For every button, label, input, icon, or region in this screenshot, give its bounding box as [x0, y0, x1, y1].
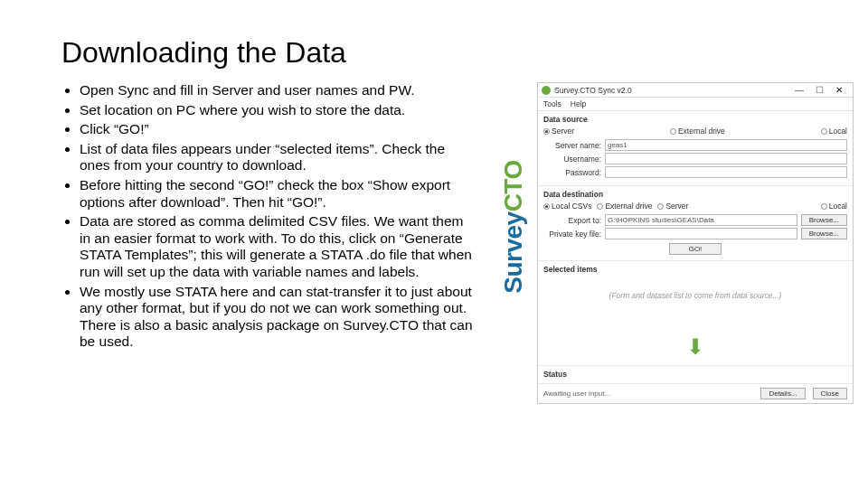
- menu-tools[interactable]: Tools: [543, 99, 561, 108]
- browse-export-button[interactable]: Browse...: [801, 214, 847, 226]
- username-label: Username:: [543, 155, 605, 164]
- window-titlebar: Survey.CTO Sync v2.0 — ☐ ✕: [538, 83, 853, 98]
- data-destination-section: Data destination Local CSVs External dri…: [538, 186, 853, 261]
- password-input[interactable]: [605, 166, 847, 178]
- arrow-down-icon: ⬇: [543, 334, 847, 360]
- radio-server[interactable]: [543, 128, 550, 135]
- app-icon: [542, 86, 551, 95]
- radio-local-csv[interactable]: [543, 203, 550, 210]
- radio-local-label: Local: [829, 127, 847, 136]
- server-name-input[interactable]: geas1: [605, 139, 847, 151]
- details-button[interactable]: Details...: [760, 388, 805, 399]
- data-destination-heading: Data destination: [543, 190, 847, 199]
- selected-items-section: Selected items (Form and dataset list to…: [538, 261, 853, 366]
- bullet-item: List of data files appears under “select…: [80, 141, 477, 174]
- logo-text-cto: CTO: [499, 160, 527, 211]
- export-to-input[interactable]: G:\HOPKINS studies\GEAS\Data: [605, 214, 797, 226]
- bullet-item: Before hitting the second “GO!” check th…: [80, 177, 477, 211]
- menu-bar: Tools Help: [538, 98, 853, 111]
- selected-items-placeholder: (Form and dataset list to come from data…: [543, 277, 847, 334]
- radio-external-drive[interactable]: [670, 128, 676, 135]
- close-icon[interactable]: ✕: [829, 85, 849, 95]
- bullet-item: Click “GO!”: [80, 121, 477, 138]
- go-button[interactable]: GO!: [669, 243, 722, 255]
- bullet-list: Open Sync and fill in Server and user na…: [61, 82, 477, 353]
- status-section: Status: [538, 366, 853, 384]
- private-key-label: Private key file:: [543, 230, 605, 239]
- bullet-item: Data are stored as comma delimited CSV f…: [80, 213, 477, 280]
- username-input[interactable]: [605, 153, 847, 164]
- private-key-input[interactable]: [605, 228, 797, 239]
- radio-dest-external[interactable]: [597, 203, 603, 210]
- data-source-heading: Data source: [543, 115, 847, 124]
- status-heading: Status: [543, 370, 847, 379]
- export-to-label: Export to:: [543, 216, 605, 225]
- radio-local[interactable]: [821, 128, 827, 135]
- content-row: Open Sync and fill in Server and user na…: [61, 82, 850, 404]
- screenshot-figure: SurveyCTO Survey.CTO Sync v2.0 — ☐ ✕ Too…: [495, 82, 854, 404]
- sync-window: Survey.CTO Sync v2.0 — ☐ ✕ Tools Help Da…: [537, 82, 854, 404]
- browse-key-button[interactable]: Browse...: [801, 228, 847, 239]
- radio-dest-external-label: External drive: [605, 202, 652, 211]
- bullet-item: We mostly use STATA here and can stat-tr…: [80, 284, 477, 351]
- surveycto-logo: SurveyCTO: [495, 82, 532, 371]
- menu-help[interactable]: Help: [571, 99, 586, 108]
- window-title: Survey.CTO Sync v2.0: [554, 86, 789, 95]
- maximize-icon[interactable]: ☐: [809, 85, 829, 95]
- radio-local-csv-label: Local CSVs: [552, 202, 591, 211]
- radio-external-label: External drive: [678, 127, 725, 136]
- logo-text-survey: Survey: [499, 211, 527, 293]
- status-text: Awaiting user input...: [543, 389, 753, 398]
- radio-dest-server[interactable]: [657, 203, 664, 210]
- minimize-icon[interactable]: —: [789, 85, 809, 95]
- radio-server-label: Server: [552, 127, 574, 136]
- bullet-item: Open Sync and fill in Server and user na…: [80, 82, 477, 99]
- radio-dest-local[interactable]: [821, 203, 827, 210]
- server-name-label: Server name:: [543, 141, 605, 150]
- data-source-section: Data source Server External drive Local …: [538, 111, 853, 186]
- radio-dest-server-label: Server: [665, 202, 688, 211]
- selected-items-heading: Selected items: [543, 265, 847, 274]
- radio-dest-local-label: Local: [829, 202, 847, 211]
- slide: Downloading the Data Open Sync and fill …: [0, 0, 868, 488]
- status-bar: Awaiting user input... Details... Close: [538, 384, 853, 403]
- password-label: Password:: [543, 168, 605, 177]
- close-button[interactable]: Close: [813, 388, 847, 399]
- slide-title: Downloading the Data: [61, 36, 850, 70]
- bullet-item: Set location on PC where you wish to sto…: [80, 102, 477, 119]
